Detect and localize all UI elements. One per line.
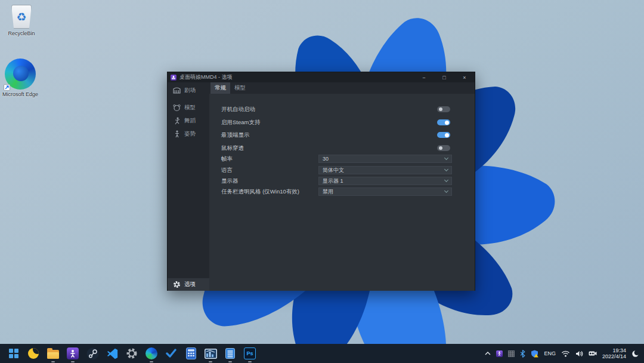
clock-date: 2022/4/14 [602, 353, 626, 359]
tray-media-device-icon[interactable] [589, 350, 597, 356]
tray-security-shield-icon[interactable] [531, 350, 538, 358]
edge-icon [145, 347, 157, 359]
taskbar-edge-icon[interactable] [144, 346, 159, 361]
gear-icon [126, 347, 138, 359]
clock-time: 19:34 [602, 347, 626, 353]
chevron-down-icon [444, 156, 448, 160]
model-icon [173, 104, 181, 112]
tray-focus-assist-moon-icon[interactable] [631, 350, 639, 358]
framerate-dropdown[interactable]: 30 [318, 155, 452, 163]
app-window: 桌面萌娘MMD4 - 选项 − □ × 剧场 模型 [167, 72, 475, 291]
taskbar-mmd-app-icon[interactable] [65, 346, 80, 361]
tray-clock[interactable]: 19:34 2022/4/14 [602, 347, 626, 359]
setting-row-autostart: 开机自动启动 [209, 105, 475, 113]
dance-icon [173, 117, 181, 125]
notepad-icon [225, 347, 235, 359]
sidebar-item-model[interactable]: 模型 [168, 102, 209, 113]
chevron-down-icon [444, 167, 448, 171]
edge-icon [5, 59, 36, 90]
recycle-bin-icon: ♻ [2, 5, 41, 29]
setting-row-framerate: 帧率 30 [209, 155, 475, 163]
taskbar-vscode-icon[interactable] [104, 346, 120, 361]
tray-volume-icon[interactable] [575, 350, 583, 357]
window-title: 桌面萌娘MMD4 - 选项 [179, 73, 414, 81]
desktop-icon-microsoft-edge[interactable]: Microsoft Edge [1, 59, 39, 97]
taskbar-check-app-icon[interactable] [163, 346, 179, 361]
app-icon [171, 75, 177, 81]
desktop: ♻ RecycleBin Microsoft Edge 桌面萌娘MMD4 - 选… [0, 0, 644, 363]
pose-icon [173, 130, 181, 138]
system-tray: ENG [485, 347, 642, 359]
tabstrip: 常规 模型 [209, 82, 475, 94]
running-indicator [248, 361, 252, 363]
desktop-icon-recycle-bin[interactable]: ♻ RecycleBin [2, 5, 41, 36]
desktop-icon-label: Microsoft Edge [1, 91, 39, 97]
gear-icon [173, 281, 181, 288]
settings-content: 开机自动启动 启用Steam支持 最顶端显示 鼠标穿透 [209, 94, 475, 291]
taskbar-moon-app-icon[interactable] [26, 346, 41, 361]
taskbar-file-explorer-icon[interactable] [45, 346, 61, 361]
running-indicator [51, 361, 55, 363]
steam-icon [86, 347, 99, 360]
taskbar-transparency-dropdown[interactable]: 禁用 [318, 187, 452, 196]
taskbar-system-monitor-icon[interactable] [203, 346, 218, 361]
taskbar-notes-icon[interactable] [222, 346, 238, 361]
setting-row-taskbar-transparency: 任务栏透明风格 (仅Win10有效) 禁用 [209, 187, 475, 196]
photoshop-icon: Ps [244, 347, 256, 359]
options-panel: 常规 模型 开机自动启动 启用Steam支持 最顶端显示 [209, 82, 475, 291]
taskbar-pinned-apps: Ps [6, 346, 258, 361]
check-icon [166, 349, 177, 358]
vscode-icon [107, 348, 118, 359]
maximize-button[interactable]: □ [434, 72, 454, 82]
setting-row-display: 显示器 显示器 1 [209, 177, 475, 185]
setting-row-steam-support: 启用Steam支持 [209, 118, 475, 127]
folder-icon [47, 350, 59, 359]
steam-support-toggle[interactable] [437, 119, 450, 125]
sidebar: 剧场 模型 舞蹈 姿势 [168, 82, 209, 291]
mmd-app-icon [67, 347, 79, 359]
sidebar-item-pose[interactable]: 姿势 [168, 128, 209, 139]
language-dropdown[interactable]: 简体中文 [318, 166, 452, 174]
taskbar: Ps ENG [0, 344, 644, 363]
chevron-down-icon [444, 189, 448, 193]
tray-mmd-app-icon[interactable] [496, 350, 503, 357]
tab-model[interactable]: 模型 [230, 82, 250, 94]
taskbar-photoshop-icon[interactable]: Ps [242, 346, 258, 361]
taskbar-calculator-icon[interactable] [183, 346, 199, 361]
running-indicator [209, 361, 212, 363]
monitor-chart-icon [205, 349, 217, 359]
setting-row-mouse-through: 鼠标穿透 [209, 144, 475, 152]
titlebar: 桌面萌娘MMD4 - 选项 − □ × [168, 72, 475, 82]
tray-grid-app-icon[interactable] [508, 350, 515, 357]
tray-bluetooth-icon[interactable] [520, 350, 525, 358]
setting-row-always-on-top: 最顶端显示 [209, 131, 475, 139]
start-button[interactable] [6, 346, 21, 361]
tray-chevron-up-icon[interactable] [485, 352, 491, 355]
sidebar-item-dance[interactable]: 舞蹈 [168, 115, 209, 126]
always-on-top-toggle[interactable] [437, 132, 450, 138]
calculator-icon [186, 347, 196, 359]
moon-icon [28, 348, 39, 359]
tab-general[interactable]: 常规 [210, 82, 230, 94]
running-indicator [150, 361, 153, 363]
setting-row-language: 语言 简体中文 [209, 166, 475, 174]
mouse-through-toggle[interactable] [437, 145, 450, 151]
display-dropdown[interactable]: 显示器 1 [318, 177, 452, 185]
sidebar-item-options[interactable]: 选项 [168, 278, 209, 291]
tray-language-indicator[interactable]: ENG [544, 350, 556, 356]
taskbar-steam-icon[interactable] [85, 346, 100, 361]
chevron-down-icon [444, 178, 448, 182]
running-indicator [71, 361, 75, 363]
autostart-toggle[interactable] [437, 106, 450, 112]
close-button[interactable]: × [454, 72, 475, 82]
desktop-icon-label: RecycleBin [2, 30, 41, 36]
windows-start-icon [9, 349, 18, 358]
shortcut-arrow-icon [4, 84, 10, 91]
sidebar-item-theater[interactable]: 剧场 [168, 85, 209, 96]
minimize-button[interactable]: − [414, 72, 434, 82]
running-indicator [228, 361, 232, 363]
tray-wifi-icon[interactable] [561, 350, 570, 357]
taskbar-settings-icon[interactable] [124, 346, 140, 361]
theater-icon [173, 87, 181, 94]
